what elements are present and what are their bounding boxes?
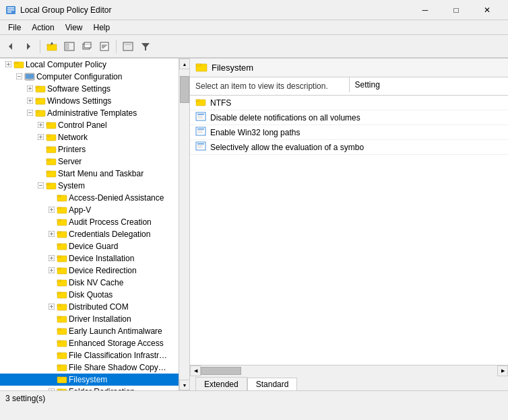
svg-marker-23: [141, 43, 150, 50]
access-denied-label: Access-Denied Assistance: [69, 193, 164, 203]
folder-up-button[interactable]: [44, 38, 60, 55]
admin-templates-icon: [35, 108, 46, 119]
disk-nv-icon: [57, 277, 67, 289]
description-bar: Select an item to view its description.: [190, 77, 349, 95]
right-pane: Filesystem Select an item to view its de…: [190, 59, 508, 390]
svg-rect-123: [196, 100, 199, 102]
settings-row-disable-delete[interactable]: Disable delete notifications on all volu…: [190, 110, 508, 125]
control-panel-label: Control Panel: [58, 120, 107, 130]
tree-windows-settings[interactable]: Windows Settings: [0, 95, 179, 107]
scroll-up-arrow[interactable]: ▲: [179, 59, 189, 69]
tree-filesystem[interactable]: Filesystem: [0, 374, 179, 386]
policy-icon-1: [195, 112, 208, 123]
svg-rect-12: [84, 42, 91, 48]
tab-standard[interactable]: Standard: [247, 378, 298, 390]
expand-icon-net: [35, 134, 46, 141]
driver-install-label: Driver Installation: [69, 314, 131, 324]
tree-device-guard[interactable]: Device Guard: [0, 240, 179, 252]
svg-rect-67: [46, 183, 50, 185]
tree-root[interactable]: Local Computer Policy: [0, 59, 179, 71]
tree-device-redirect[interactable]: Device Redirection: [0, 265, 179, 277]
svg-rect-81: [57, 232, 61, 234]
svg-rect-97: [57, 292, 61, 294]
tree-app-v[interactable]: App-V: [0, 204, 179, 216]
svg-marker-4: [9, 43, 12, 50]
right-hscroll-left[interactable]: ◀: [190, 365, 201, 376]
settings-row-selectively[interactable]: Selectively allow the evaluation of a sy…: [190, 140, 508, 155]
expand-icon-cp: [35, 122, 46, 129]
maximize-button[interactable]: □: [441, 0, 472, 20]
expand-icon-at: [24, 110, 35, 117]
tree-server[interactable]: Server: [0, 155, 179, 168]
menu-file[interactable]: File: [3, 22, 26, 34]
tree-disk-quotas[interactable]: Disk Quotas: [0, 289, 179, 301]
audit-process-label: Audit Process Creation: [69, 217, 152, 227]
svg-rect-93: [57, 268, 61, 270]
tree-enhanced-storage[interactable]: Enhanced Storage Access: [0, 337, 179, 349]
menu-action[interactable]: Action: [26, 22, 59, 34]
right-hscroll-thumb[interactable]: [201, 367, 241, 375]
tree-computer-config[interactable]: Computer Configuration: [0, 71, 179, 83]
network-label: Network: [58, 133, 88, 142]
expand-icon-dcom: [46, 304, 57, 311]
back-button[interactable]: [3, 38, 19, 55]
selectively-label: Selectively allow the evaluation of a sy…: [210, 143, 364, 152]
properties-button[interactable]: [96, 38, 113, 55]
expand-icon-root: [3, 61, 13, 69]
tree-system[interactable]: System: [0, 180, 179, 192]
driver-install-icon: [57, 314, 67, 325]
tree-disk-nv[interactable]: Disk NV Cache: [0, 277, 179, 289]
expand-icon-cd: [46, 231, 57, 238]
software-settings-icon: [35, 83, 46, 95]
scroll-thumb[interactable]: [180, 76, 189, 103]
svg-rect-69: [57, 195, 61, 197]
filter-button[interactable]: [137, 38, 154, 55]
tab-standard-label: Standard: [256, 380, 289, 389]
menu-help[interactable]: Help: [88, 22, 116, 34]
export-button[interactable]: [120, 38, 136, 55]
svg-rect-10: [66, 44, 69, 49]
menu-view[interactable]: View: [60, 22, 88, 34]
tree-scrollbar[interactable]: ▲ ▼: [179, 59, 189, 390]
tree-access-denied[interactable]: Access-Denied Assistance: [0, 192, 179, 204]
tree-network[interactable]: Network: [0, 131, 179, 143]
new-window-button[interactable]: [79, 38, 95, 55]
filesystem-label: Filesystem: [69, 375, 107, 384]
filesystem-icon: [57, 374, 67, 386]
right-hscroll-right[interactable]: ▶: [497, 365, 508, 376]
right-hscroll-track: [201, 365, 497, 376]
minimize-button[interactable]: ─: [410, 0, 441, 20]
expand-icon-ss: [24, 85, 35, 93]
tree-audit-process[interactable]: Audit Process Creation: [0, 216, 179, 228]
svg-rect-57: [46, 135, 50, 137]
tree-early-launch[interactable]: Early Launch Antimalware: [0, 325, 179, 337]
ntfs-folder-icon: [195, 97, 208, 108]
expand-icon-sys: [35, 182, 46, 190]
settings-row-ntfs[interactable]: NTFS: [190, 96, 508, 110]
svg-rect-129: [197, 129, 204, 130]
close-button[interactable]: ✕: [472, 0, 503, 20]
device-guard-label: Device Guard: [69, 242, 118, 251]
scroll-down-arrow[interactable]: ▼: [179, 380, 189, 390]
tree-admin-templates[interactable]: Administrative Templates: [0, 107, 179, 119]
show-hide-console-button[interactable]: [61, 38, 77, 55]
tree-device-install[interactable]: Device Installation: [0, 252, 179, 265]
svg-rect-33: [28, 79, 32, 80]
early-launch-label: Early Launch Antimalware: [69, 326, 162, 336]
tree-file-share[interactable]: File Share Shadow Copy Provide: [0, 361, 179, 374]
tab-extended[interactable]: Extended: [195, 377, 247, 390]
tree-driver-install[interactable]: Driver Installation: [0, 313, 179, 325]
svg-rect-134: [197, 145, 203, 146]
tree-printers[interactable]: Printers: [0, 143, 179, 155]
settings-row-enable-win32[interactable]: Enable Win32 long paths: [190, 125, 508, 140]
tree-file-class[interactable]: File Classification Infrastructure: [0, 349, 179, 361]
forward-button[interactable]: [20, 38, 36, 55]
tree-distributed-com[interactable]: Distributed COM: [0, 301, 179, 313]
tree-control-panel[interactable]: Control Panel: [0, 119, 179, 131]
tree-folder-redirect[interactable]: Folder Redirection: [0, 386, 179, 390]
tree-credentials[interactable]: Credentials Delegation: [0, 228, 179, 240]
enhanced-storage-icon: [57, 338, 67, 349]
description-text: Select an item to view its description.: [195, 81, 328, 91]
tree-software-settings[interactable]: Software Settings: [0, 83, 179, 95]
tree-start-menu[interactable]: Start Menu and Taskbar: [0, 168, 179, 180]
